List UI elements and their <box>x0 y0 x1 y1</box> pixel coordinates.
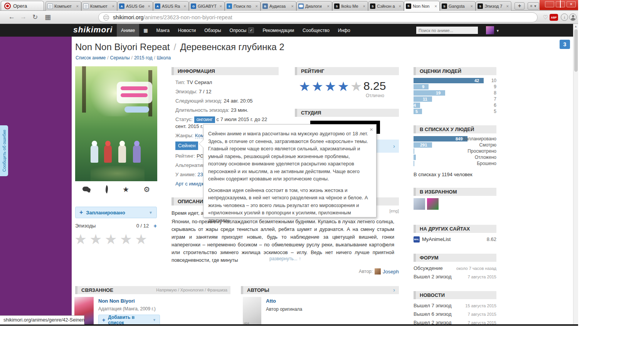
tab-close-icon[interactable]: × <box>291 4 294 8</box>
nav-item-опросы[interactable]: Опросы✓ <box>225 24 259 37</box>
score-star: ★ <box>311 79 324 94</box>
close-button[interactable]: × <box>567 1 576 7</box>
search-input[interactable] <box>416 27 478 34</box>
adblock-badge[interactable]: ABP <box>550 14 558 21</box>
tab-close-icon[interactable]: × <box>326 4 330 8</box>
feed-title-link[interactable]: Вышел 7 эпизод <box>414 303 452 308</box>
related-filter-link[interactable]: Напрямую <box>156 288 177 292</box>
comments-icon[interactable] <box>82 187 91 192</box>
tab-close-icon[interactable]: × <box>76 4 79 8</box>
browser-tab-поиск-по[interactable]: IIПоиск по× <box>225 1 261 11</box>
account-icon[interactable] <box>569 13 577 21</box>
browser-tab-asus-ra[interactable]: AASUS Ra× <box>153 1 189 11</box>
nav-item-аниме[interactable]: Аниме <box>117 24 139 37</box>
breadcrumb-link-2[interactable]: 2015 год <box>134 55 153 61</box>
favorite-user-avatar[interactable] <box>414 198 425 210</box>
breadcrumb-link-1[interactable]: Сериалы <box>110 55 130 61</box>
nav-item-манга[interactable]: Манга <box>152 24 174 37</box>
nav-item-сообщество[interactable]: Сообщество <box>298 24 334 37</box>
tab-close-icon[interactable]: × <box>147 4 151 8</box>
forward-button[interactable]: → <box>20 13 27 21</box>
arrow-right-icon[interactable]: › <box>393 286 395 294</box>
user-rating-stars[interactable]: ★★★★★ <box>74 231 150 248</box>
browser-tab-эпизод-7[interactable]: SЭпизод 7× <box>476 1 511 11</box>
grid-icon: ▦ <box>143 28 148 33</box>
shikimori-logo[interactable]: shikimori <box>73 25 113 34</box>
feed-title-link[interactable]: Вышел 6 эпизод <box>414 311 452 317</box>
browser-tab-non-non[interactable]: SNon Non× <box>404 1 440 11</box>
favorite-user-avatar[interactable] <box>427 198 439 210</box>
tab-close-icon[interactable]: × <box>362 4 366 8</box>
score-stars[interactable]: ★★★★★ <box>299 79 363 94</box>
breadcrumb-link-3[interactable]: Школа <box>157 55 171 61</box>
tab-list-button[interactable]: ≡ ▾ <box>528 2 539 10</box>
nav-item-новости[interactable]: Новости <box>174 24 200 37</box>
scroll-up-icon[interactable]: ▲ <box>574 25 577 28</box>
nav-grid-icon[interactable]: ▦ <box>139 24 152 37</box>
anime-poster[interactable] <box>75 66 157 181</box>
browser-tab-gangsta[interactable]: SGangsta× <box>440 1 476 11</box>
bar <box>414 161 414 166</box>
nav-item-инфо[interactable]: Инфо <box>334 24 355 37</box>
related-filter-link[interactable]: Франшиза <box>207 288 227 292</box>
browser-tab-asus-ge[interactable]: AASUS Ge× <box>117 1 153 11</box>
url-field[interactable]: shikimori.org/animes/23623-non-non-biyor… <box>98 12 538 22</box>
feed-title-link[interactable]: Обсуждение <box>414 265 443 271</box>
arrow-right-icon[interactable]: › <box>393 143 395 149</box>
report-error-tab[interactable]: Сообщить об ошибке <box>0 125 8 176</box>
user-avatar[interactable] <box>486 26 494 34</box>
bookmark-heart-icon[interactable]: ♡ <box>543 14 548 21</box>
reload-button[interactable]: ↻ <box>32 13 38 21</box>
scrollbar-thumb[interactable] <box>574 29 578 72</box>
feed-title-link[interactable]: Вышел 2 эпизод <box>414 274 452 280</box>
maximize-button[interactable] <box>556 1 565 7</box>
external-site-score: 8.62 <box>487 236 496 242</box>
browser-tab-сэйнэн-а[interactable]: SСэйнэн а× <box>368 1 404 11</box>
tab-close-icon[interactable]: × <box>470 4 474 8</box>
external-site-link[interactable]: MyAnimeList <box>422 236 451 242</box>
minimize-button[interactable] <box>545 1 554 7</box>
page-info-icon[interactable] <box>103 15 109 20</box>
new-tab-button[interactable]: + <box>515 2 525 10</box>
tooltip-close-icon[interactable]: × <box>370 126 373 133</box>
browser-tab-аудиоза[interactable]: ВАудиоза× <box>261 1 296 11</box>
tab-close-icon[interactable]: × <box>398 4 402 8</box>
lang-tag[interactable]: [eng] <box>390 209 399 213</box>
edit-feather-icon[interactable] <box>104 185 109 193</box>
browser-tab-ikoku-me[interactable]: SIkoku Me× <box>332 1 368 11</box>
add-to-list-button[interactable]: + Добавить в список ▼ <box>98 315 160 325</box>
genre-tag-hovered[interactable]: Сейнен <box>175 141 198 150</box>
lists-header: В СПИСКАХ У ЛЮДЕЙ <box>414 125 496 133</box>
nav-item-обзоры[interactable]: Обзоры <box>200 24 225 37</box>
notification-badge[interactable]: 3 <box>560 40 570 49</box>
author-link[interactable]: Joseph <box>383 269 399 275</box>
tab-close-icon[interactable]: × <box>255 4 259 8</box>
tab-close-icon[interactable]: × <box>434 4 438 8</box>
download-icon[interactable]: ↓ <box>561 13 568 21</box>
page-scrollbar[interactable]: ▲ <box>573 24 578 324</box>
tab-close-icon[interactable]: × <box>219 4 223 8</box>
increment-episode-button[interactable]: + <box>153 222 157 229</box>
breadcrumb-link-0[interactable]: Список аниме <box>76 55 106 61</box>
author-avatar-image[interactable]: 404 <box>243 297 261 326</box>
related-title-link[interactable]: Non Non Biyori <box>98 298 135 304</box>
poster-character <box>91 145 98 163</box>
back-button[interactable]: ← <box>8 13 15 21</box>
chevron-down-icon[interactable]: ▼ <box>496 29 499 33</box>
settings-gear-icon[interactable]: ⚙ <box>143 185 150 194</box>
tab-close-icon[interactable]: × <box>111 4 115 8</box>
browser-tab-компьют[interactable]: Компьют× <box>81 1 117 11</box>
browser-tab-диалоги[interactable]: Диалоги× <box>296 1 332 11</box>
opera-menu-button[interactable]: Opera <box>1 1 44 10</box>
tab-close-icon[interactable]: × <box>506 4 509 8</box>
list-status-button[interactable]: + Запланировано ▼ <box>75 207 157 218</box>
related-filter-link[interactable]: Хронология <box>180 288 203 292</box>
nav-item-рекомендации[interactable]: Рекомендации <box>258 24 298 37</box>
browser-tab-компьют[interactable]: Компьют× <box>45 1 81 11</box>
browser-tab-gigabyt[interactable]: GGIGABYT× <box>189 1 225 11</box>
speed-dial-icon[interactable]: ▦ <box>45 13 51 21</box>
expand-link[interactable]: развернуть... ↑ <box>172 256 399 261</box>
author-name-link[interactable]: Atto <box>266 298 276 304</box>
favorite-star-icon[interactable]: ★ <box>123 185 129 194</box>
tab-close-icon[interactable]: × <box>183 4 187 8</box>
